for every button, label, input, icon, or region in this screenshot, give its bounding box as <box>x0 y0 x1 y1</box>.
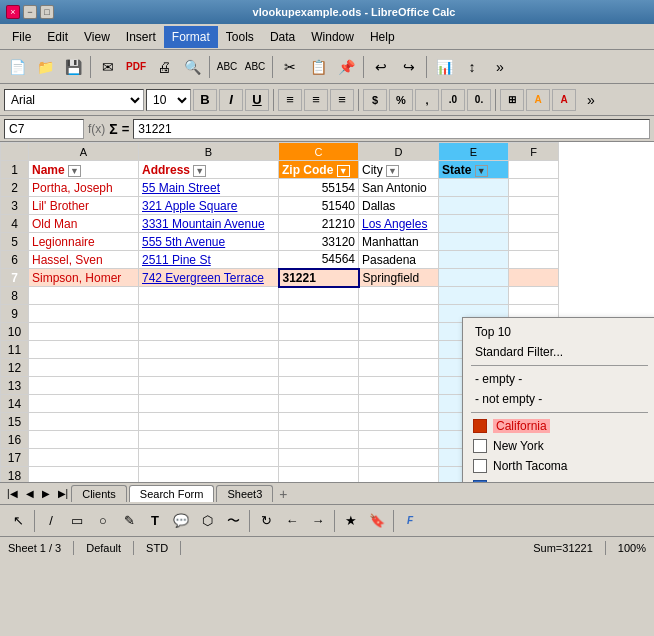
cell-d6[interactable]: Pasadena <box>359 251 439 269</box>
cell-f4[interactable] <box>509 215 559 233</box>
cell-d4[interactable]: Los Angeles <box>359 215 439 233</box>
cell-d9[interactable] <box>359 305 439 323</box>
cell-c13[interactable] <box>279 377 359 395</box>
cell-c11[interactable] <box>279 341 359 359</box>
filter-arrow-c[interactable]: ▼ <box>337 165 350 177</box>
open-button[interactable]: 📁 <box>32 54 58 80</box>
cell-e7[interactable] <box>439 269 509 287</box>
paste-button[interactable]: 📌 <box>333 54 359 80</box>
cell-b8[interactable] <box>139 287 279 305</box>
col-header-a[interactable]: A <box>29 143 139 161</box>
filter-item-newyork[interactable]: New York <box>463 436 654 456</box>
cell-d16[interactable] <box>359 431 439 449</box>
redo-button[interactable]: ↪ <box>396 54 422 80</box>
percent-button[interactable]: % <box>389 89 413 111</box>
menu-tools[interactable]: Tools <box>218 26 262 48</box>
col-header-f[interactable]: F <box>509 143 559 161</box>
menu-window[interactable]: Window <box>303 26 362 48</box>
star-tool-button[interactable]: ★ <box>339 509 363 533</box>
cell-b16[interactable] <box>139 431 279 449</box>
cell-a12[interactable] <box>29 359 139 377</box>
cell-b13[interactable] <box>139 377 279 395</box>
ellipse-tool-button[interactable]: ○ <box>91 509 115 533</box>
cell-d1[interactable]: City ▼ <box>359 161 439 179</box>
col-header-c[interactable]: C <box>279 143 359 161</box>
font-name-select[interactable]: Arial <box>4 89 144 111</box>
cell-a2[interactable]: Portha, Joseph <box>29 179 139 197</box>
cell-c18[interactable] <box>279 467 359 483</box>
cell-c6[interactable]: 54564 <box>279 251 359 269</box>
cell-b1[interactable]: Address ▼ <box>139 161 279 179</box>
cell-c1[interactable]: Zip Code ▼ <box>279 161 359 179</box>
cell-d13[interactable] <box>359 377 439 395</box>
cell-b5[interactable]: 555 5th Avenue <box>139 233 279 251</box>
bold-button[interactable]: B <box>193 89 217 111</box>
copy-button[interactable]: 📋 <box>305 54 331 80</box>
autocorrect-button[interactable]: ABC <box>242 54 268 80</box>
cell-c7[interactable]: 31221 <box>279 269 359 287</box>
bg-color-button[interactable]: A <box>526 89 550 111</box>
tab-last-button[interactable]: ▶| <box>55 488 72 499</box>
filter-arrow-e[interactable]: ▼ <box>475 165 488 177</box>
window-controls[interactable]: × − □ <box>6 5 54 19</box>
more-button[interactable]: » <box>487 54 513 80</box>
cell-b6[interactable]: 2511 Pine St <box>139 251 279 269</box>
more-format-button[interactable]: » <box>578 87 604 113</box>
cell-f8[interactable] <box>509 287 559 305</box>
nav-forward-button[interactable]: → <box>306 509 330 533</box>
cell-b18[interactable] <box>139 467 279 483</box>
maximize-button[interactable]: □ <box>40 5 54 19</box>
line-tool-button[interactable]: / <box>39 509 63 533</box>
font-color-button[interactable]: A <box>552 89 576 111</box>
cell-c17[interactable] <box>279 449 359 467</box>
minimize-button[interactable]: − <box>23 5 37 19</box>
cell-d3[interactable]: Dallas <box>359 197 439 215</box>
cell-b9[interactable] <box>139 305 279 323</box>
cell-e1[interactable]: State ▼ <box>439 161 509 179</box>
cell-f1[interactable] <box>509 161 559 179</box>
undo-button[interactable]: ↩ <box>368 54 394 80</box>
cell-c9[interactable] <box>279 305 359 323</box>
cell-a16[interactable] <box>29 431 139 449</box>
cell-a5[interactable]: Legionnaire <box>29 233 139 251</box>
sort-button[interactable]: ↕ <box>459 54 485 80</box>
cell-e8[interactable] <box>439 287 509 305</box>
cell-d11[interactable] <box>359 341 439 359</box>
cell-d15[interactable] <box>359 413 439 431</box>
print-button[interactable]: 🖨 <box>151 54 177 80</box>
tab-first-button[interactable]: |◀ <box>4 488 21 499</box>
select-tool-button[interactable]: ↖ <box>6 509 30 533</box>
nav-back-button[interactable]: ← <box>280 509 304 533</box>
menu-insert[interactable]: Insert <box>118 26 164 48</box>
cell-a18[interactable] <box>29 467 139 483</box>
cell-a8[interactable] <box>29 287 139 305</box>
polygon-tool-button[interactable]: ⬡ <box>195 509 219 533</box>
add-sheet-button[interactable]: + <box>279 486 287 502</box>
align-left-button[interactable]: ≡ <box>278 89 302 111</box>
cell-d7[interactable]: Springfield <box>359 269 439 287</box>
filter-checkbox-california[interactable] <box>473 419 487 433</box>
cell-c12[interactable] <box>279 359 359 377</box>
cell-a3[interactable]: Lil' Brother <box>29 197 139 215</box>
align-right-button[interactable]: ≡ <box>330 89 354 111</box>
cell-d12[interactable] <box>359 359 439 377</box>
underline-button[interactable]: U <box>245 89 269 111</box>
cell-a6[interactable]: Hassel, Sven <box>29 251 139 269</box>
filter-arrow-a[interactable]: ▼ <box>68 165 81 177</box>
bookmark-tool-button[interactable]: 🔖 <box>365 509 389 533</box>
cell-a1[interactable]: Name ▼ <box>29 161 139 179</box>
save-button[interactable]: 💾 <box>60 54 86 80</box>
tab-next-button[interactable]: ▶ <box>39 488 53 499</box>
filter-not-empty[interactable]: - not empty - <box>463 389 654 409</box>
cell-c5[interactable]: 33120 <box>279 233 359 251</box>
menu-data[interactable]: Data <box>262 26 303 48</box>
cell-b17[interactable] <box>139 449 279 467</box>
col-header-b[interactable]: B <box>139 143 279 161</box>
close-button[interactable]: × <box>6 5 20 19</box>
filter-checkbox-northtacoma[interactable] <box>473 459 487 473</box>
cell-a17[interactable] <box>29 449 139 467</box>
cell-f3[interactable] <box>509 197 559 215</box>
cell-f7[interactable] <box>509 269 559 287</box>
cell-b2[interactable]: 55 Main Street <box>139 179 279 197</box>
menu-file[interactable]: File <box>4 26 39 48</box>
